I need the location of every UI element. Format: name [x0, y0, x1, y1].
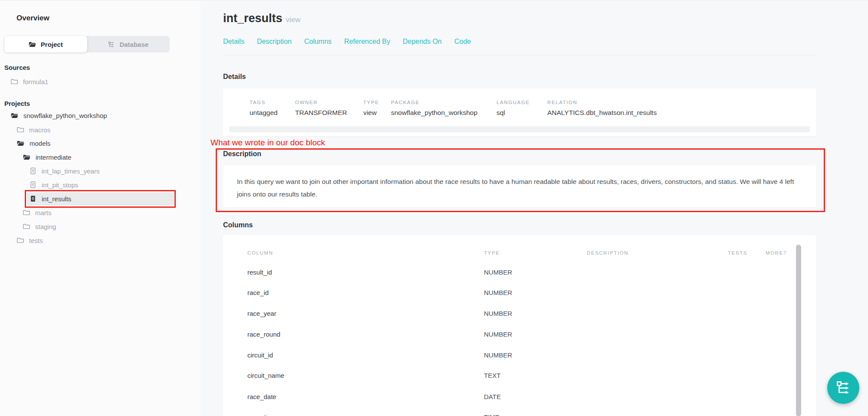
file-icon — [30, 181, 36, 188]
sources-heading: Sources — [4, 64, 30, 71]
folder-open-icon — [17, 140, 24, 147]
table-row-circuit-name[interactable]: circuit_name TEXT — [223, 372, 816, 382]
table-row-race-time[interactable]: race_time TIME — [223, 413, 816, 416]
column-header-tests: TESTS — [728, 250, 747, 255]
tab-description[interactable]: Description — [257, 38, 292, 46]
details-section-heading: Details — [223, 73, 246, 81]
sidebar-item-intermediate[interactable]: intermediate — [23, 150, 72, 164]
folder-icon — [23, 209, 30, 216]
table-row-race-year[interactable]: race_year NUMBER — [223, 310, 816, 320]
tab-divider — [223, 55, 816, 55]
sidebar-item-tests[interactable]: tests — [17, 233, 43, 247]
folder-icon — [17, 237, 24, 244]
column-header-column: COLUMN — [247, 250, 273, 255]
description-card: In this query we want to join out other … — [223, 165, 816, 207]
folder-icon — [23, 223, 30, 230]
sidebar-item-snowflake-python-workshop[interactable]: snowflake_python_workshop — [11, 108, 107, 122]
annotation-red-box-sidebar — [25, 190, 176, 208]
tab-columns[interactable]: Columns — [304, 38, 332, 46]
database-tree-icon — [108, 41, 115, 48]
column-header-more: MORE? — [766, 250, 787, 255]
database-toggle-label: Database — [119, 41, 148, 48]
annotation-text: What we wrote in our doc block — [210, 138, 325, 147]
database-toggle-button[interactable]: Database — [87, 36, 170, 52]
tab-code[interactable]: Code — [454, 38, 471, 46]
tab-depends-on[interactable]: Depends On — [403, 38, 442, 46]
sidebar-item-int-lap-times-years[interactable]: int_lap_times_years — [30, 164, 99, 178]
project-toggle-label: Project — [41, 41, 63, 48]
sidebar-item-macros[interactable]: macros — [17, 123, 50, 137]
project-toggle-button[interactable]: Project — [4, 36, 87, 52]
columns-card: COLUMN TYPE DESCRIPTION TESTS MORE? resu… — [223, 235, 816, 416]
sidebar-item-staging[interactable]: staging — [23, 219, 56, 233]
sidebar-overview-title: Overview — [16, 14, 49, 23]
folder-open-icon — [11, 112, 18, 119]
tab-referenced-by[interactable]: Referenced By — [344, 38, 390, 46]
model-type-label: view — [286, 16, 301, 24]
columns-section-heading: Columns — [223, 221, 253, 229]
table-row-circuit-id[interactable]: circuit_id NUMBER — [223, 351, 816, 362]
columns-scrollbar-thumb[interactable] — [796, 245, 801, 416]
folder-open-icon — [23, 154, 30, 161]
lineage-graph-icon — [836, 380, 851, 395]
projects-heading: Projects — [4, 100, 30, 107]
sidebar-item-formula1[interactable]: formula1 — [11, 75, 48, 88]
folder-icon — [11, 78, 18, 85]
column-header-description: DESCRIPTION — [587, 250, 628, 255]
lineage-graph-button[interactable] — [827, 372, 859, 404]
table-row-result-id[interactable]: result_id NUMBER — [223, 269, 816, 279]
description-section-heading: Description — [223, 150, 261, 158]
description-text: In this query we want to join out other … — [237, 175, 799, 200]
file-icon — [30, 167, 36, 174]
column-header-type: TYPE — [484, 250, 500, 255]
tab-details[interactable]: Details — [223, 38, 244, 46]
sidebar: Overview Project Database Sources formul… — [0, 1, 201, 416]
details-collapsed-strip — [229, 126, 810, 132]
details-card: TAGS untagged OWNER TRANSFORMER TYPE vie… — [223, 88, 816, 136]
table-row-race-date[interactable]: race_date DATE — [223, 393, 816, 403]
sidebar-item-models[interactable]: models — [17, 136, 50, 150]
table-row-race-round[interactable]: race_round NUMBER — [223, 331, 816, 341]
tab-bar: Details Description Columns Referenced B… — [223, 38, 471, 46]
table-row-race-id[interactable]: race_id NUMBER — [223, 289, 816, 299]
folder-icon — [29, 41, 36, 48]
page-title: int_resultsview — [223, 12, 301, 25]
folder-icon — [17, 126, 24, 133]
view-toggle: Project Database — [4, 36, 170, 52]
